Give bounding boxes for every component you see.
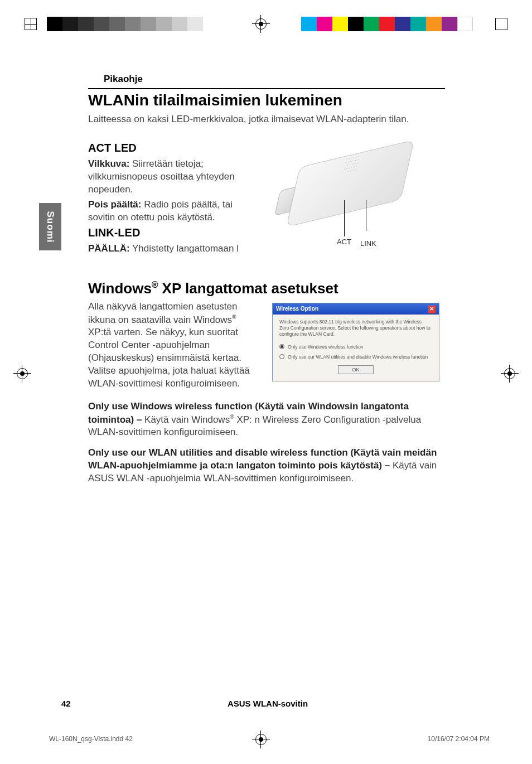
page-number: 42 xyxy=(61,699,84,708)
link-on-row: PÄÄLLÄ: Yhdistetty langattomaan l xyxy=(88,243,255,255)
print-file: WL-160N_qsg-Vista.indd 42 xyxy=(49,735,133,743)
dialog-option-1[interactable]: Only use Windows wireless function xyxy=(279,344,432,350)
dialog-titlebar: Wireless Option ✕ xyxy=(273,303,439,315)
close-icon[interactable]: ✕ xyxy=(428,305,436,313)
link-on-text: Yhdistetty langattomaan l xyxy=(132,243,239,254)
language-tab-label: Suomi xyxy=(45,211,56,243)
print-metadata: WL-160N_qsg-Vista.indd 42 10/16/07 2:04:… xyxy=(49,735,490,743)
link-led-title: LINK-LED xyxy=(88,226,255,239)
device-label-act: ACT xyxy=(337,238,351,246)
horizontal-rule xyxy=(88,88,445,89)
intro-text: Laitteessa on kaksi LED-merkkivaloa, jot… xyxy=(88,114,445,125)
page-footer: 42 ASUS WLAN-sovitin xyxy=(61,699,452,708)
header-small: Pikaohje xyxy=(104,74,445,85)
act-blink-row: Vilkkuva: Siirretään tietoja; vilkkumisn… xyxy=(88,158,255,196)
device-label-link: LINK xyxy=(360,239,376,248)
act-off-label: Pois päältä: xyxy=(88,199,141,210)
radio-icon xyxy=(279,354,284,359)
grayscale-bar xyxy=(47,17,203,31)
heading-windows-xp: Windows® XP langattomat asetukset xyxy=(88,280,445,297)
heading-status: WLANin tilailmaisimien lukeminen xyxy=(88,91,445,109)
registration-mark-left xyxy=(13,365,31,383)
registration-mark-top xyxy=(252,15,270,33)
act-off-row: Pois päältä: Radio pois päältä, tai sovi… xyxy=(88,199,255,224)
footer-title: ASUS WLAN-sovitin xyxy=(84,699,452,708)
print-registration-row xyxy=(0,17,532,39)
dialog-option-2-label: Only use our WLAN utilities and disable … xyxy=(288,354,428,360)
option-2-description: Only use our WLAN utilities and disable … xyxy=(88,447,445,485)
link-on-label: PÄÄLLÄ: xyxy=(88,243,130,254)
language-tab: Suomi xyxy=(39,203,61,250)
dialog-description: Windows supports 802.11 b/g wireless net… xyxy=(279,319,432,337)
radio-icon xyxy=(279,344,284,349)
ok-button[interactable]: OK xyxy=(338,365,373,374)
registration-box-left xyxy=(25,18,37,30)
option-1-description: Only use Windows wireless function (Käyt… xyxy=(88,400,445,439)
color-bar xyxy=(301,17,473,31)
registration-mark-right xyxy=(501,365,519,383)
xp-paragraph: Alla näkyvä langattomien asetusten ikkun… xyxy=(88,301,261,390)
dialog-title-text: Wireless Option xyxy=(276,306,318,312)
device-diagram: ∙∙∙∙∙∙∙∙∙∙∙∙∙∙∙∙∙∙∙∙∙∙∙∙∙∙∙∙∙∙ ACT LINK xyxy=(267,136,434,253)
page-content: Pikaohje WLANin tilailmaisimien lukemine… xyxy=(88,74,445,485)
registration-box-right xyxy=(495,18,507,30)
act-blink-label: Vilkkuva: xyxy=(88,158,129,169)
dialog-option-2[interactable]: Only use our WLAN utilities and disable … xyxy=(279,354,432,360)
dialog-option-1-label: Only use Windows wireless function xyxy=(288,344,364,350)
print-timestamp: 10/16/07 2:04:04 PM xyxy=(428,735,490,743)
wireless-option-dialog: Wireless Option ✕ Windows supports 802.1… xyxy=(272,303,439,381)
act-led-title: ACT LED xyxy=(88,142,255,154)
